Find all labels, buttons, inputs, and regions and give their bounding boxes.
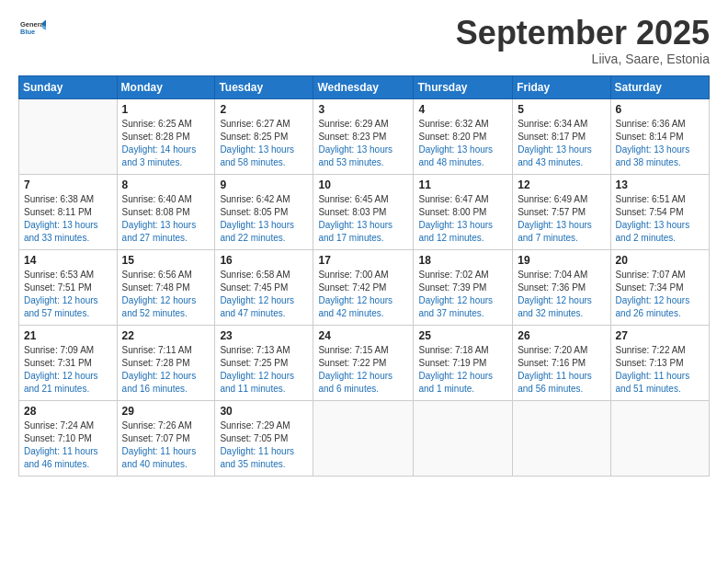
calendar-cell: 3 Sunrise: 6:29 AM Sunset: 8:23 PM Dayli…	[313, 98, 414, 174]
col-tuesday: Tuesday	[215, 75, 313, 98]
day-number: 8	[122, 178, 210, 191]
calendar-cell	[610, 400, 709, 476]
day-info: Sunrise: 7:29 AM Sunset: 7:05 PM Dayligh…	[220, 419, 308, 471]
calendar-cell: 7 Sunrise: 6:38 AM Sunset: 8:11 PM Dayli…	[19, 174, 118, 249]
calendar-cell: 14 Sunrise: 6:53 AM Sunset: 7:51 PM Dayl…	[19, 249, 118, 325]
day-info: Sunrise: 6:29 AM Sunset: 8:23 PM Dayligh…	[318, 118, 408, 169]
day-info: Sunrise: 6:45 AM Sunset: 8:03 PM Dayligh…	[318, 193, 408, 245]
day-number: 29	[122, 405, 210, 418]
calendar-week-row: 14 Sunrise: 6:53 AM Sunset: 7:51 PM Dayl…	[19, 249, 710, 325]
day-info: Sunrise: 7:15 AM Sunset: 7:22 PM Dayligh…	[318, 344, 408, 396]
day-number: 16	[220, 254, 308, 267]
svg-text:Blue: Blue	[20, 28, 35, 36]
day-info: Sunrise: 6:51 AM Sunset: 7:54 PM Dayligh…	[616, 193, 704, 245]
day-info: Sunrise: 6:36 AM Sunset: 8:14 PM Dayligh…	[616, 118, 704, 169]
page: General Blue September 2025 Liiva, Saare…	[0, 0, 728, 563]
calendar-cell: 26 Sunrise: 7:20 AM Sunset: 7:16 PM Dayl…	[513, 325, 610, 400]
calendar-cell: 28 Sunrise: 7:24 AM Sunset: 7:10 PM Dayl…	[19, 400, 118, 476]
day-number: 3	[318, 103, 408, 116]
calendar-week-row: 7 Sunrise: 6:38 AM Sunset: 8:11 PM Dayli…	[19, 174, 710, 249]
calendar-cell: 11 Sunrise: 6:47 AM Sunset: 8:00 PM Dayl…	[414, 174, 513, 249]
day-number: 18	[418, 254, 507, 267]
day-info: Sunrise: 6:47 AM Sunset: 8:00 PM Dayligh…	[418, 193, 507, 245]
logo: General Blue	[18, 15, 46, 44]
day-number: 23	[220, 329, 308, 342]
day-info: Sunrise: 7:22 AM Sunset: 7:13 PM Dayligh…	[616, 344, 704, 396]
col-thursday: Thursday	[414, 75, 513, 98]
calendar-cell: 23 Sunrise: 7:13 AM Sunset: 7:25 PM Dayl…	[215, 325, 313, 400]
calendar-cell: 25 Sunrise: 7:18 AM Sunset: 7:19 PM Dayl…	[414, 325, 513, 400]
day-number: 5	[518, 103, 605, 116]
col-friday: Friday	[513, 75, 610, 98]
day-info: Sunrise: 6:32 AM Sunset: 8:20 PM Dayligh…	[418, 118, 507, 169]
calendar-cell: 10 Sunrise: 6:45 AM Sunset: 8:03 PM Dayl…	[313, 174, 414, 249]
day-number: 7	[24, 178, 112, 191]
calendar-cell: 17 Sunrise: 7:00 AM Sunset: 7:42 PM Dayl…	[313, 249, 414, 325]
day-info: Sunrise: 7:26 AM Sunset: 7:07 PM Dayligh…	[122, 419, 210, 471]
day-number: 19	[518, 254, 605, 267]
day-number: 17	[318, 254, 408, 267]
day-number: 25	[418, 329, 507, 342]
calendar-cell: 1 Sunrise: 6:25 AM Sunset: 8:28 PM Dayli…	[117, 98, 215, 174]
col-wednesday: Wednesday	[313, 75, 414, 98]
day-info: Sunrise: 7:18 AM Sunset: 7:19 PM Dayligh…	[418, 344, 507, 396]
day-number: 4	[418, 103, 507, 116]
day-number: 12	[518, 178, 605, 191]
calendar-cell	[513, 400, 610, 476]
day-number: 14	[24, 254, 112, 267]
title-section: September 2025 Liiva, Saare, Estonia	[456, 15, 710, 66]
calendar-cell: 13 Sunrise: 6:51 AM Sunset: 7:54 PM Dayl…	[610, 174, 709, 249]
calendar-cell: 5 Sunrise: 6:34 AM Sunset: 8:17 PM Dayli…	[513, 98, 610, 174]
calendar-cell: 18 Sunrise: 7:02 AM Sunset: 7:39 PM Dayl…	[414, 249, 513, 325]
day-info: Sunrise: 6:34 AM Sunset: 8:17 PM Dayligh…	[518, 118, 605, 169]
day-info: Sunrise: 7:07 AM Sunset: 7:34 PM Dayligh…	[616, 269, 704, 320]
calendar-cell: 2 Sunrise: 6:27 AM Sunset: 8:25 PM Dayli…	[215, 98, 313, 174]
day-number: 1	[122, 103, 210, 116]
day-info: Sunrise: 6:56 AM Sunset: 7:48 PM Dayligh…	[122, 269, 210, 320]
day-info: Sunrise: 6:53 AM Sunset: 7:51 PM Dayligh…	[24, 269, 112, 320]
calendar-cell: 9 Sunrise: 6:42 AM Sunset: 8:05 PM Dayli…	[215, 174, 313, 249]
calendar-cell: 19 Sunrise: 7:04 AM Sunset: 7:36 PM Dayl…	[513, 249, 610, 325]
calendar-cell: 22 Sunrise: 7:11 AM Sunset: 7:28 PM Dayl…	[117, 325, 215, 400]
day-number: 21	[24, 329, 112, 342]
calendar-cell: 12 Sunrise: 6:49 AM Sunset: 7:57 PM Dayl…	[513, 174, 610, 249]
logo-icon: General Blue	[20, 15, 46, 40]
calendar-cell: 21 Sunrise: 7:09 AM Sunset: 7:31 PM Dayl…	[19, 325, 118, 400]
day-number: 2	[220, 103, 308, 116]
day-number: 26	[518, 329, 605, 342]
day-number: 30	[220, 405, 308, 418]
calendar-cell: 6 Sunrise: 6:36 AM Sunset: 8:14 PM Dayli…	[610, 98, 709, 174]
calendar-cell: 4 Sunrise: 6:32 AM Sunset: 8:20 PM Dayli…	[414, 98, 513, 174]
day-number: 24	[318, 329, 408, 342]
day-number: 9	[220, 178, 308, 191]
calendar-week-row: 1 Sunrise: 6:25 AM Sunset: 8:28 PM Dayli…	[19, 98, 710, 174]
day-number: 11	[418, 178, 507, 191]
day-info: Sunrise: 6:42 AM Sunset: 8:05 PM Dayligh…	[220, 193, 308, 245]
day-info: Sunrise: 6:58 AM Sunset: 7:45 PM Dayligh…	[220, 269, 308, 320]
col-monday: Monday	[117, 75, 215, 98]
day-number: 6	[616, 103, 704, 116]
day-info: Sunrise: 7:02 AM Sunset: 7:39 PM Dayligh…	[418, 269, 507, 320]
day-number: 28	[24, 405, 112, 418]
day-number: 20	[616, 254, 704, 267]
calendar-cell	[19, 98, 118, 174]
calendar-cell	[414, 400, 513, 476]
month-title: September 2025	[456, 15, 710, 52]
day-info: Sunrise: 7:00 AM Sunset: 7:42 PM Dayligh…	[318, 269, 408, 320]
day-info: Sunrise: 6:38 AM Sunset: 8:11 PM Dayligh…	[24, 193, 112, 245]
calendar-cell: 30 Sunrise: 7:29 AM Sunset: 7:05 PM Dayl…	[215, 400, 313, 476]
day-info: Sunrise: 7:24 AM Sunset: 7:10 PM Dayligh…	[24, 419, 112, 471]
calendar-cell: 27 Sunrise: 7:22 AM Sunset: 7:13 PM Dayl…	[610, 325, 709, 400]
calendar-cell	[313, 400, 414, 476]
calendar-cell: 16 Sunrise: 6:58 AM Sunset: 7:45 PM Dayl…	[215, 249, 313, 325]
col-sunday: Sunday	[19, 75, 118, 98]
calendar-cell: 8 Sunrise: 6:40 AM Sunset: 8:08 PM Dayli…	[117, 174, 215, 249]
day-info: Sunrise: 6:25 AM Sunset: 8:28 PM Dayligh…	[122, 118, 210, 169]
day-info: Sunrise: 6:40 AM Sunset: 8:08 PM Dayligh…	[122, 193, 210, 245]
calendar-week-row: 28 Sunrise: 7:24 AM Sunset: 7:10 PM Dayl…	[19, 400, 710, 476]
day-number: 13	[616, 178, 704, 191]
calendar-header-row: Sunday Monday Tuesday Wednesday Thursday…	[19, 75, 710, 98]
calendar-cell: 15 Sunrise: 6:56 AM Sunset: 7:48 PM Dayl…	[117, 249, 215, 325]
day-number: 10	[318, 178, 408, 191]
day-info: Sunrise: 7:20 AM Sunset: 7:16 PM Dayligh…	[518, 344, 605, 396]
